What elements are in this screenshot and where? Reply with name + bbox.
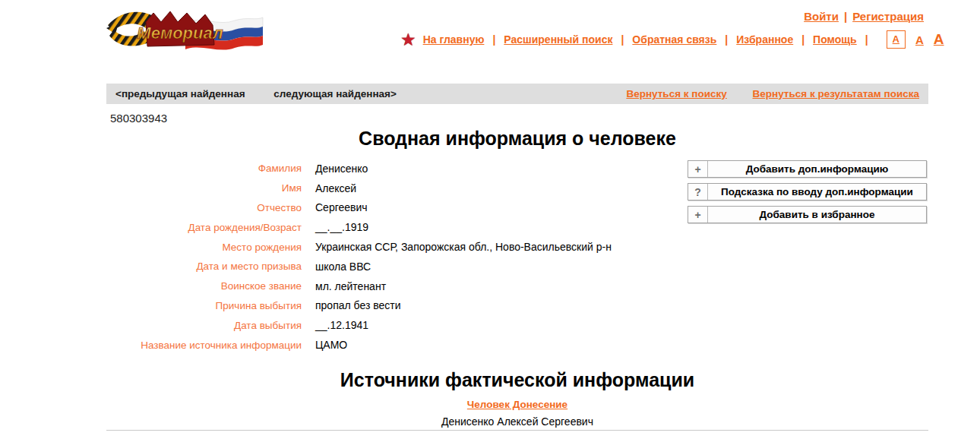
plus-icon: + [688, 207, 708, 223]
page: Мемориал Войти|Регистрация ★ На главную … [0, 0, 980, 439]
star-icon: ★ [400, 31, 416, 49]
memorial-logo-image: Мемориал [106, 4, 267, 55]
logo-title: Мемориал [137, 24, 223, 43]
return-links: Вернуться к поиску Вернуться к результат… [603, 88, 919, 99]
font-size-large-button[interactable]: А [934, 31, 944, 48]
field-row: ФамилияДенисенко [106, 159, 653, 178]
field-row: Место рожденияУкраинская ССР, Запорожска… [106, 237, 653, 257]
field-value: __.__.1919 [302, 221, 368, 233]
register-link[interactable]: Регистрация [852, 10, 924, 23]
field-row: ИмяАлексей [106, 178, 653, 198]
prev-found-link[interactable]: <предыдущая найденная [115, 88, 245, 99]
add-to-favorites-button[interactable]: + Добавить в избранное [688, 206, 927, 223]
nav-separator: | [801, 33, 805, 46]
plus-icon: + [688, 161, 708, 177]
person-fields: ФамилияДенисенко ИмяАлексей ОтчествоСерг… [106, 159, 653, 355]
record-id: 580303943 [110, 112, 167, 125]
add-info-help-button[interactable]: ? Подсказка по вводу доп.информации [688, 183, 927, 201]
auth-separator: | [844, 10, 847, 23]
back-to-results-link[interactable]: Вернуться к результатам поиска [753, 88, 919, 99]
person-report-link[interactable]: Человек Донесение [467, 399, 567, 410]
field-label: Дата и место призыва [106, 261, 302, 272]
field-value: ЦАМО [302, 339, 347, 351]
field-value: школа ВВС [302, 261, 371, 273]
field-label: Воинское звание [106, 280, 302, 292]
sources-title: Источники фактической информации [106, 369, 928, 391]
field-row: Дата выбытия__.12.1941 [106, 315, 653, 335]
nav-favorites[interactable]: Избранное [736, 33, 793, 46]
field-value: Сергеевич [302, 201, 368, 213]
results-toolbar: <предыдущая найденная следующая найденна… [106, 84, 928, 104]
field-row: Дата рождения/Возраст__.__.1919 [106, 217, 653, 237]
question-icon: ? [688, 184, 708, 200]
nav-feedback[interactable]: Обратная связь [632, 33, 716, 46]
found-navigation: <предыдущая найденная следующая найденна… [115, 88, 422, 99]
field-label: Фамилия [106, 163, 302, 174]
field-label: Дата рождения/Возраст [106, 222, 302, 233]
nav-advanced-search[interactable]: Расширенный поиск [504, 33, 612, 46]
nav-help[interactable]: Помощь [813, 33, 857, 46]
page-title: Сводная информация о человеке [106, 128, 928, 150]
nav-separator: | [621, 33, 624, 46]
font-size-medium-button[interactable]: А [915, 33, 924, 46]
field-label: Причина выбытия [106, 300, 302, 311]
field-row: Дата и место призывашкола ВВС [106, 257, 653, 276]
record-actions: + Добавить доп.информацию ? Подсказка по… [688, 160, 927, 229]
field-row: Название источника информацииЦАМО [106, 335, 653, 355]
nav-separator: | [725, 33, 728, 46]
field-row: Причина выбытияпропал без вести [106, 296, 653, 316]
field-value: __.12.1941 [302, 319, 368, 331]
button-label: Подсказка по вводу доп.информации [708, 184, 926, 200]
source-person-name: Денисенко Алексей Сергеевич [106, 415, 928, 428]
nav-home[interactable]: На главную [423, 33, 485, 46]
button-label: Добавить в избранное [708, 207, 926, 223]
back-to-search-link[interactable]: Вернуться к поиску [626, 88, 726, 99]
field-value: Денисенко [302, 163, 368, 175]
field-label: Имя [106, 182, 302, 194]
font-size-switcher: А А А [887, 30, 944, 49]
field-row: ОтчествоСергеевич [106, 198, 653, 218]
field-value: Украинская ССР, Запорожская обл., Ново-В… [302, 241, 612, 253]
memorial-logo[interactable]: Мемориал [106, 4, 267, 55]
field-value: Алексей [302, 182, 356, 194]
field-value: мл. лейтенант [302, 280, 386, 292]
next-found-link[interactable]: следующая найденная> [273, 88, 397, 99]
auth-links: Войти|Регистрация [804, 10, 924, 23]
button-label: Добавить доп.информацию [708, 161, 926, 177]
font-size-small-button[interactable]: А [887, 30, 906, 49]
field-value: пропал без вести [302, 299, 401, 311]
nav-separator: | [492, 33, 495, 46]
main-nav: ★ На главную | Расширенный поиск | Обрат… [400, 30, 944, 49]
field-label: Место рождения [106, 242, 302, 253]
login-link[interactable]: Войти [804, 10, 839, 23]
field-row: Воинское званиемл. лейтенант [106, 276, 653, 296]
field-label: Отчество [106, 202, 302, 213]
section-divider [106, 430, 928, 431]
nav-separator: | [865, 33, 868, 46]
field-label: Название источника информации [106, 340, 302, 351]
source-link-row: Человек Донесение [106, 399, 928, 410]
add-info-button[interactable]: + Добавить доп.информацию [688, 160, 927, 178]
field-label: Дата выбытия [106, 320, 302, 331]
